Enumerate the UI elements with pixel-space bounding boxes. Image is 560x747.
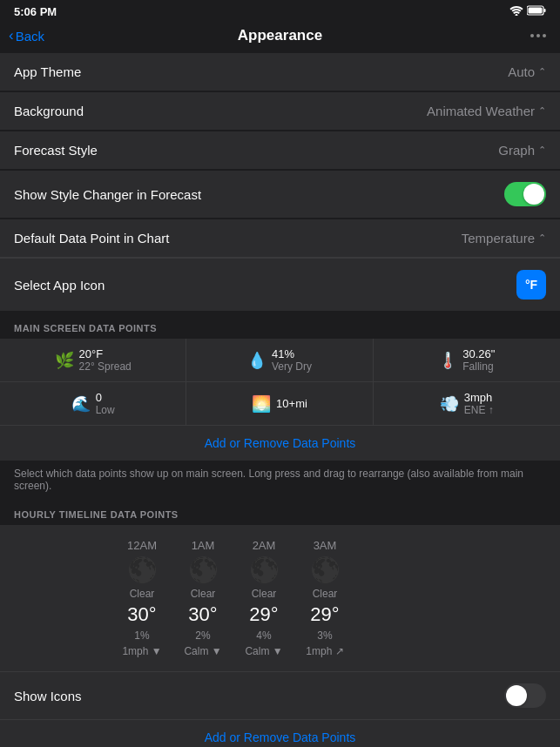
- svg-rect-2: [544, 9, 546, 12]
- hour-precip-3: 4%: [256, 629, 271, 642]
- pressure-icon: 🌡️: [438, 351, 457, 370]
- app-icon-label: °F: [525, 278, 537, 292]
- wind-sub: ENE ↑: [464, 404, 494, 416]
- visibility-icon: 🌅: [252, 394, 271, 414]
- page-title: Appearance: [238, 27, 322, 44]
- wind-main: 3mph: [464, 391, 494, 404]
- pressure-sub: Falling: [462, 360, 495, 373]
- hourly-scroll: 12AM 🌑 Clear 30° 1% 1mph ▼ 1AM 🌑 Clear 3…: [7, 535, 553, 661]
- background-chevron-icon: ⌃: [538, 105, 546, 117]
- hour-wind-2: Calm ▼: [184, 645, 221, 657]
- hour-temp-2: 30°: [188, 603, 217, 626]
- app-theme-label: App Theme: [14, 64, 81, 79]
- svg-point-0: [516, 14, 518, 16]
- hour-precip-2: 2%: [195, 629, 210, 642]
- hour-temp-1: 30°: [127, 603, 156, 626]
- hourly-container: 12AM 🌑 Clear 30° 1% 1mph ▼ 1AM 🌑 Clear 3…: [0, 525, 560, 671]
- main-data-grid: 🌿 20°F 22° Spread 💧 41% Very Dry 🌡️ 30.2…: [0, 339, 560, 425]
- show-icons-label: Show Icons: [14, 689, 82, 703]
- main-add-remove-link[interactable]: Add or Remove Data Points: [0, 425, 560, 461]
- temperature-icon: 🌿: [55, 351, 74, 370]
- app-theme-value: Auto ⌃: [508, 64, 546, 79]
- select-app-icon-row[interactable]: Select App Icon °F: [0, 258, 560, 311]
- hourly-col-12am: 12AM 🌑 Clear 30° 1% 1mph ▼: [111, 535, 172, 661]
- hour-time-4: 3AM: [314, 539, 337, 552]
- humidity-main: 41%: [272, 347, 312, 360]
- data-grid-row-1: 🌿 20°F 22° Spread 💧 41% Very Dry 🌡️ 30.2…: [0, 339, 560, 382]
- data-cell-visibility[interactable]: 🌅 10+mi: [186, 382, 373, 425]
- battery-icon: [527, 5, 546, 18]
- forecast-style-block: Forecast Style Graph ⌃: [0, 131, 560, 169]
- uv-sub: Low: [96, 404, 115, 416]
- humidity-icon: 💧: [247, 351, 267, 370]
- default-data-chevron-icon: ⌃: [538, 232, 546, 244]
- app-theme-row[interactable]: App Theme Auto ⌃: [0, 53, 560, 91]
- default-data-point-row[interactable]: Default Data Point in Chart Temperature …: [0, 219, 560, 258]
- data-cell-wind[interactable]: 💨 3mph ENE ↑: [374, 382, 560, 425]
- data-cell-humidity[interactable]: 💧 41% Very Dry: [186, 339, 373, 381]
- status-icons: [509, 5, 546, 18]
- show-icons-toggle[interactable]: [504, 683, 546, 708]
- app-theme-chevron-icon: ⌃: [538, 66, 546, 77]
- background-label: Background: [14, 104, 84, 118]
- uv-main: 0: [96, 391, 115, 404]
- main-helper-text: Select which data points show up on main…: [0, 461, 560, 499]
- show-style-changer-label: Show Style Changer in Forecast: [14, 187, 201, 202]
- hourly-add-remove-link[interactable]: Add or Remove Data Points: [0, 719, 560, 747]
- hour-cond-4: Clear: [313, 588, 338, 600]
- show-style-changer-toggle[interactable]: [504, 182, 546, 206]
- hourly-col-1am: 1AM 🌑 Clear 30° 2% Calm ▼: [172, 535, 233, 661]
- hourly-col-3am: 3AM 🌑 Clear 29° 3% 1mph ↗: [294, 535, 355, 661]
- humidity-sub: Very Dry: [272, 360, 312, 373]
- forecast-style-label: Forecast Style: [14, 143, 98, 158]
- default-data-point-label: Default Data Point in Chart: [14, 231, 169, 246]
- hour-icon-1: 🌑: [127, 555, 158, 584]
- data-cell-temperature[interactable]: 🌿 20°F 22° Spread: [0, 339, 186, 381]
- hour-cond-2: Clear: [191, 588, 216, 600]
- forecast-style-value: Graph ⌃: [498, 143, 546, 158]
- temp-sub: 22° Spread: [79, 360, 132, 373]
- show-icons-section: Show Icons: [0, 671, 560, 719]
- show-style-changer-row[interactable]: Show Style Changer in Forecast: [0, 171, 560, 218]
- data-cell-pressure[interactable]: 🌡️ 30.26" Falling: [374, 339, 560, 381]
- show-icons-row[interactable]: Show Icons: [0, 672, 560, 719]
- forecast-style-chevron-icon: ⌃: [538, 145, 546, 156]
- hour-time-1: 12AM: [127, 539, 157, 552]
- background-value: Animated Weather ⌃: [427, 104, 546, 118]
- svg-rect-3: [529, 8, 543, 14]
- wind-icon: 💨: [440, 394, 459, 414]
- status-time: 5:06 PM: [14, 5, 57, 18]
- pressure-main: 30.26": [462, 347, 495, 360]
- hour-wind-3: Calm ▼: [245, 645, 282, 657]
- hour-cond-3: Clear: [252, 588, 277, 600]
- data-grid-row-2: 🌊 0 Low 🌅 10+mi 💨 3mph ENE ↑: [0, 382, 560, 425]
- hourly-col-2am: 2AM 🌑 Clear 29° 4% Calm ▼: [233, 535, 294, 661]
- default-data-block: Default Data Point in Chart Temperature …: [0, 219, 560, 311]
- hour-cond-1: Clear: [130, 588, 155, 600]
- hour-time-2: 1AM: [192, 539, 215, 552]
- hour-temp-4: 29°: [310, 603, 339, 626]
- nav-bar: ‹ Back Appearance: [0, 22, 560, 53]
- back-label: Back: [16, 29, 44, 44]
- hour-icon-4: 🌑: [310, 555, 341, 584]
- forecast-style-row[interactable]: Forecast Style Graph ⌃: [0, 131, 560, 169]
- back-chevron-icon: ‹: [9, 27, 14, 44]
- hour-wind-1: 1mph ▼: [122, 645, 161, 657]
- visibility-main: 10+mi: [276, 397, 307, 410]
- data-cell-uv[interactable]: 🌊 0 Low: [0, 382, 186, 425]
- hour-wind-4: 1mph ↗: [306, 645, 343, 657]
- hourly-section-header: HOURLY TIMELINE DATA POINTS: [0, 499, 560, 525]
- app-theme-block: App Theme Auto ⌃: [0, 53, 560, 91]
- hour-icon-2: 🌑: [188, 555, 219, 584]
- hour-temp-3: 29°: [249, 603, 278, 626]
- app-icon-button[interactable]: °F: [516, 270, 546, 299]
- background-row[interactable]: Background Animated Weather ⌃: [0, 92, 560, 130]
- status-bar: 5:06 PM: [0, 0, 560, 22]
- hour-precip-4: 3%: [317, 629, 332, 642]
- back-button[interactable]: ‹ Back: [9, 27, 44, 44]
- background-block: Background Animated Weather ⌃: [0, 92, 560, 130]
- uv-icon: 🌊: [71, 394, 91, 414]
- main-data-points-header: MAIN SCREEN DATA POINTS: [0, 313, 560, 339]
- select-app-icon-label: Select App Icon: [14, 278, 105, 293]
- nav-dots: [530, 34, 546, 37]
